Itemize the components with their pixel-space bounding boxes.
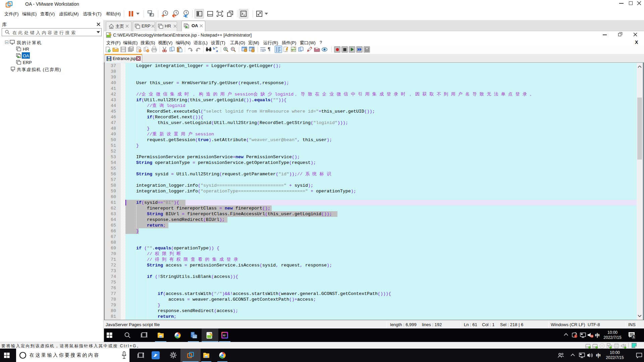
svg-text:!: ! (575, 335, 576, 338)
svg-text:IJ: IJ (223, 334, 225, 337)
svg-text:1: 1 (633, 335, 635, 339)
svg-text:a: a (216, 49, 218, 52)
svg-text:b: b (213, 47, 215, 50)
